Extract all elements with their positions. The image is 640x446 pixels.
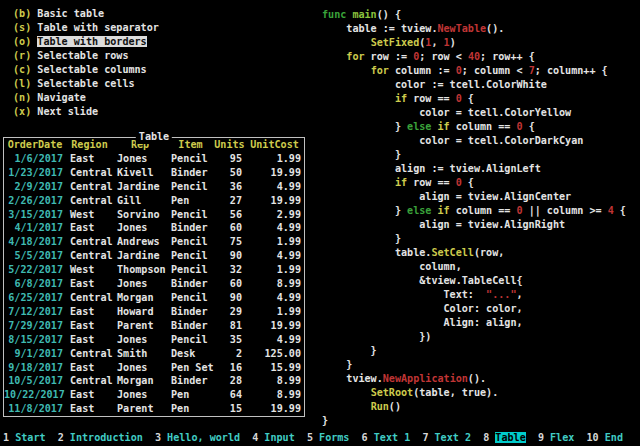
menu-item-selectable-rows[interactable]: (r) Selectable rows xyxy=(13,49,159,63)
table-cell: Jones xyxy=(113,277,167,291)
table-cell: 11/8/2017 xyxy=(4,402,66,416)
table-cell: 81 xyxy=(214,319,245,333)
code-token: align = tview.AlignRight xyxy=(322,219,565,230)
menu-item-selectable-columns[interactable]: (c) Selectable columns xyxy=(13,63,159,77)
table-row: 11/8/2017EastParentPen1519.99 xyxy=(4,402,304,416)
table-cell: West xyxy=(66,208,113,222)
code-token: { xyxy=(614,205,626,216)
code-token: row := xyxy=(365,51,414,62)
code-token: ; column++ { xyxy=(535,65,608,76)
statusbar-slide-forms[interactable]: 5 Forms xyxy=(307,432,350,443)
table-cell: Pen Set xyxy=(167,361,214,375)
table-cell: 5/22/2017 xyxy=(4,263,66,277)
code-token: SetRoot xyxy=(371,387,414,398)
code-line: } else if column == 0 { xyxy=(322,120,626,134)
table-cell: 1.99 xyxy=(245,305,304,319)
code-line: tview.NewApplication(). xyxy=(322,372,626,386)
code-token: else xyxy=(407,121,431,132)
code-view: func main() { table := tview.NewTable().… xyxy=(322,8,626,428)
code-line: } xyxy=(322,358,626,372)
code-token: } xyxy=(322,359,352,370)
code-token: || column >= xyxy=(523,205,608,216)
menu-item-table-with-separator[interactable]: (s) Table with separator xyxy=(13,21,159,35)
table-panel: Table OrderDateRegionRepItemUnitsUnitCos… xyxy=(3,137,305,417)
table-cell: 1.99 xyxy=(245,235,304,249)
table-cell: 10/5/2017 xyxy=(4,374,66,388)
menu-shortcut: (l) xyxy=(13,78,31,89)
table-cell: Pencil xyxy=(167,235,214,249)
code-token: ) xyxy=(450,37,456,48)
table-cell: East xyxy=(66,221,113,235)
menu-shortcut: (x) xyxy=(13,106,31,117)
menu-shortcut: (s) xyxy=(13,22,31,33)
code-token: { xyxy=(462,177,474,188)
table-cell: Pencil xyxy=(167,152,214,166)
code-token xyxy=(322,51,346,62)
code-token: if xyxy=(395,177,407,188)
code-token: 40 xyxy=(468,51,480,62)
table-cell: 56 xyxy=(214,208,245,222)
code-token: color = tcell.ColorDarkCyan xyxy=(322,135,583,146)
table-cell: 90 xyxy=(214,291,245,305)
table-cell: Pen xyxy=(167,388,214,402)
code-line: Align: align, xyxy=(322,316,626,330)
slide-label: Table xyxy=(495,432,525,443)
slide-label: Forms xyxy=(319,432,349,443)
table-cell: 90 xyxy=(214,249,245,263)
slide-number: 8 xyxy=(483,432,489,443)
code-token: main xyxy=(352,9,376,20)
code-token: , xyxy=(516,289,522,300)
table-cell: 4/1/2017 xyxy=(4,221,66,235)
table-cell: Parent xyxy=(113,319,167,333)
menu-item-selectable-cells[interactable]: (l) Selectable cells xyxy=(13,77,159,91)
table-cell: Pencil xyxy=(167,180,214,194)
statusbar-slide-introduction[interactable]: 2 Introduction xyxy=(58,432,143,443)
statusbar-slide-text-1[interactable]: 6 Text 1 xyxy=(362,432,411,443)
statusbar-slide-text-2[interactable]: 7 Text 2 xyxy=(422,432,471,443)
code-token: NewApplication xyxy=(383,373,468,384)
code-token: column := xyxy=(389,65,456,76)
code-token: Text: xyxy=(322,289,486,300)
table-cell: 29 xyxy=(214,305,245,319)
code-line: color = tcell.ColorYellow xyxy=(322,106,626,120)
table-cell: Pencil xyxy=(167,249,214,263)
table-cell: 32 xyxy=(214,263,245,277)
statusbar-slide-table[interactable]: 8 Table xyxy=(483,432,526,443)
menu-item-next-slide[interactable]: (x) Next slide xyxy=(13,105,159,119)
statusbar-slide-flex[interactable]: 9 Flex xyxy=(538,432,574,443)
code-token: table := tview. xyxy=(322,23,437,34)
table-row: 5/5/2017CentralJardinePencil904.99 xyxy=(4,249,304,263)
table-cell: 15 xyxy=(214,402,245,416)
table-row: 2/9/2017CentralJardinePencil364.99 xyxy=(4,180,304,194)
table-cell: 35 xyxy=(214,333,245,347)
code-token: () xyxy=(389,401,401,412)
table-cell: 1.99 xyxy=(245,263,304,277)
slide-number: 4 xyxy=(252,432,258,443)
table-cell: East xyxy=(66,277,113,291)
statusbar-slide-input[interactable]: 4 Input xyxy=(252,432,295,443)
code-line: func main() { xyxy=(322,8,626,22)
statusbar-slide-start[interactable]: 1 Start xyxy=(3,432,46,443)
table-cell: 6/8/2017 xyxy=(4,277,66,291)
table-cell: Gill xyxy=(113,194,167,208)
slide-label: Hello, world xyxy=(167,432,240,443)
table-cell: Morgan xyxy=(113,374,167,388)
code-line: if row == 0 { xyxy=(322,176,626,190)
table-cell: Binder xyxy=(167,374,214,388)
statusbar-slide-end[interactable]: 10 End xyxy=(587,432,623,443)
table-cell: Central xyxy=(66,180,113,194)
table-row: 6/25/2017CentralMorganPencil904.99 xyxy=(4,291,304,305)
table-cell: 60 xyxy=(214,277,245,291)
menu-item-table-with-borders[interactable]: (o) Table with borders xyxy=(13,35,159,49)
menu-item-basic-table[interactable]: (b) Basic table xyxy=(13,7,159,21)
menu-item-navigate[interactable]: (n) Navigate xyxy=(13,91,159,105)
code-token: Align: align, xyxy=(322,317,523,328)
column-header-region: Region xyxy=(66,138,113,152)
menu-shortcut: (o) xyxy=(13,36,31,47)
statusbar-slide-hello-world[interactable]: 3 Hello, world xyxy=(155,432,240,443)
code-token: column, xyxy=(322,261,462,272)
column-header-item: Item xyxy=(167,138,214,152)
slide-number: 7 xyxy=(422,432,428,443)
table-cell: 60 xyxy=(214,221,245,235)
table-cell: 2/9/2017 xyxy=(4,180,66,194)
